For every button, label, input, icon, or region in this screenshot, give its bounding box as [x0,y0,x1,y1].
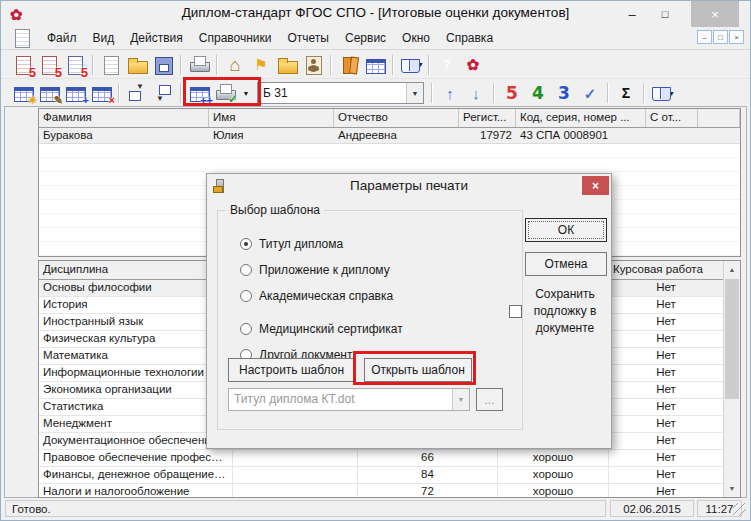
table-cell: 84 [358,467,498,484]
new-document-icon[interactable] [98,53,124,77]
chevron-down-icon[interactable]: ▼ [452,389,469,410]
template-radio-1[interactable]: Титул диплома [240,235,343,253]
move-from-group-icon[interactable] [150,81,176,105]
diploma-report-5-icon[interactable]: 5 [10,53,36,77]
menu-item-1[interactable]: Файл [39,28,85,48]
template-radio-3[interactable]: Академическая справка [240,287,393,305]
add-record-icon[interactable]: + [62,81,88,105]
child-close-button[interactable]: × [729,30,744,44]
column-header[interactable]: Код, серия, номер ... [516,109,646,127]
column-header[interactable]: Фамилия [39,109,209,127]
column-header[interactable]: Имя [209,109,334,127]
grade-pass-icon[interactable]: ✓ [577,81,603,105]
new-record-icon[interactable]: ✳ [10,81,36,105]
menu-item-2[interactable]: Вид [85,28,123,48]
radio-button-icon[interactable] [240,238,252,250]
chevron-down-icon[interactable]: ▼ [406,83,423,103]
checkbox-label-line: документе [519,320,611,337]
group-combobox[interactable]: Б 31▼ [257,82,424,104]
group-combobox-value: Б 31 [258,83,406,103]
edit-record-icon[interactable]: ✎ [36,81,62,105]
radio-button-icon[interactable] [240,323,252,335]
close-button[interactable]: × [691,1,739,27]
scroll-up-button[interactable]: ▲ [724,261,740,278]
configure-template-button[interactable]: Настроить шаблон [228,358,355,382]
delete-record-icon: × [90,83,112,103]
menu-bar: ФайлВидДействияСправочникиОтчетыСервисОк… [1,27,750,50]
sum-icon[interactable]: Σ [613,81,639,105]
print-icon[interactable] [186,53,212,77]
signpost-icon[interactable]: ⚑ [248,53,274,77]
menu-item-4[interactable]: Справочники [191,28,280,48]
table-cell [233,450,358,467]
cancel-button[interactable]: Отмена [525,252,607,276]
home-icon[interactable]: ⌂ [222,53,248,77]
radio-button-icon[interactable] [240,264,252,276]
browse-template-button[interactable]: ... [476,388,503,411]
table-row[interactable]: БураковаЮлияАндреевна1797243 СПА 0008901 [39,128,740,144]
blank-report-5-icon[interactable]: 5 [62,53,88,77]
checkbox-label-line: подложку в [519,303,611,320]
dialog-title-bar[interactable]: Параметры печати × [207,174,611,199]
grade-5-icon[interactable]: 5 [499,81,525,105]
move-to-group-icon[interactable] [124,81,150,105]
scroll-down-button[interactable]: ▼ [724,480,740,497]
table-cell: Менеджмент [39,416,233,433]
column-header[interactable]: С от... [646,109,698,127]
save-document-icon[interactable] [150,53,176,77]
sort-up-icon[interactable]: ↑ [437,81,463,105]
sort-down-icon[interactable]: ↓ [463,81,489,105]
dialog-close-button[interactable]: × [582,176,609,195]
status-bar: Готово. 02.06.2015 11:27 [4,499,747,518]
grades-grid-icon[interactable] [362,53,388,77]
template-radio-2[interactable]: Приложение к диплому [240,261,390,279]
table-cell: Нет [609,450,724,467]
radio-button-icon[interactable] [240,290,252,302]
template-file-combobox[interactable]: Титул диплома КТ.dot ▼ [228,388,470,411]
help-icon[interactable]: ? [434,53,460,77]
menu-item-6[interactable]: Сервис [337,28,394,48]
reference-books-icon [338,55,360,75]
table-cell: Нет [609,348,724,365]
scroll-thumb[interactable] [725,279,739,399]
document-menu-icon[interactable] [11,28,33,48]
open-document-icon[interactable] [124,53,150,77]
journal-icon-2[interactable]: ▼ [649,81,675,105]
documents-folder-icon [276,55,298,75]
status-message: Готово. [5,500,606,517]
grade-3-icon[interactable]: 3 [551,81,577,105]
ok-button[interactable]: ОК [525,218,607,242]
column-header[interactable] [698,109,740,127]
child-minimize-button[interactable]: – [697,30,712,44]
table-row[interactable]: Финансы, денежное обращение и кре...84хо… [39,467,740,484]
delete-record-icon[interactable]: × [88,81,114,105]
template-radio-4[interactable]: Медицинский сертификат [240,320,403,338]
maximize-button[interactable]: □ [649,1,681,27]
menu-item-5[interactable]: Отчеты [280,28,337,48]
column-header[interactable]: Отчество [334,109,459,127]
resize-grip[interactable] [733,503,746,516]
menu-item-3[interactable]: Действия [122,28,191,48]
column-header[interactable]: Регист... [459,109,516,127]
table-row[interactable]: Правовое обеспечение профессиона...66хор… [39,450,740,467]
reference-books-icon[interactable] [336,53,362,77]
column-header[interactable]: Курсовая работа [609,261,724,279]
grade-4-icon[interactable]: 4 [525,81,551,105]
print-icon [188,55,210,75]
table-cell: Нет [609,433,724,450]
toolbar-separator [216,55,218,75]
certificate-report-5-icon[interactable]: 5 [36,53,62,77]
table-row[interactable]: Налоги и налогообложение72хорошоНет [39,484,740,498]
rose-icon[interactable]: ✿ [460,53,486,77]
menu-item-7[interactable]: Окно [394,28,438,48]
column-header[interactable]: Дисциплина [39,261,233,279]
student-card-icon[interactable] [300,53,326,77]
minimize-button[interactable]: – [616,1,648,27]
menu-item-8[interactable]: Справка [438,28,501,48]
child-restore-button[interactable]: □ [713,30,728,44]
help-icon: ? [436,55,458,75]
vertical-scrollbar[interactable]: ▲ ▼ [723,261,740,497]
journal-icon-2 [649,83,664,103]
documents-folder-icon[interactable] [274,53,300,77]
journal-icon[interactable]: ▼ [398,53,424,77]
